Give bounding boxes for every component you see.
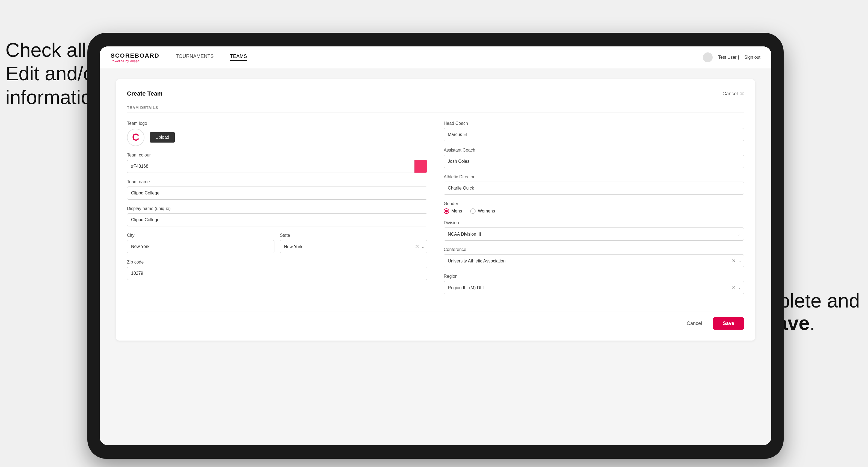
city-state-section: City State New York ✕ bbox=[127, 233, 427, 253]
cancel-top-button[interactable]: Cancel ✕ bbox=[722, 91, 744, 97]
app-logo: SCOREBOARD bbox=[111, 52, 159, 59]
state-select-wrapper: New York ✕ ⌄ bbox=[280, 240, 427, 253]
logo-area: SCOREBOARD Powered by clippd bbox=[111, 52, 159, 63]
navbar: SCOREBOARD Powered by clippd TOURNAMENTS… bbox=[100, 46, 771, 68]
tablet-screen: SCOREBOARD Powered by clippd TOURNAMENTS… bbox=[100, 46, 771, 445]
logo-subtitle: Powered by clippd bbox=[111, 59, 159, 63]
team-logo-section: Team logo C Upload bbox=[127, 121, 427, 146]
athletic-director-section: Athletic Director bbox=[444, 175, 744, 195]
zip-input[interactable] bbox=[127, 267, 427, 280]
team-name-label: Team name bbox=[127, 180, 427, 184]
section-label: TEAM DETAILS bbox=[127, 105, 744, 113]
region-select-wrapper: Region II - (M) DIII ✕ ⌄ bbox=[444, 281, 744, 294]
region-select[interactable]: Region II - (M) DIII bbox=[444, 281, 744, 294]
gender-womens[interactable]: Womens bbox=[470, 208, 495, 214]
division-select[interactable]: NCAA Division III bbox=[444, 227, 744, 241]
close-icon: ✕ bbox=[740, 91, 744, 97]
team-name-section: Team name bbox=[127, 180, 427, 199]
main-content: Create Team Cancel ✕ TEAM DETAILS Team l… bbox=[100, 68, 771, 445]
right-column: Head Coach Assistant Coach Athletic Dire… bbox=[444, 121, 744, 301]
city-state-row: City State New York ✕ bbox=[127, 233, 427, 253]
head-coach-label: Head Coach bbox=[444, 121, 744, 126]
state-clear-icon[interactable]: ✕ bbox=[415, 244, 419, 250]
state-label: State bbox=[280, 233, 427, 238]
state-select[interactable]: New York bbox=[280, 240, 427, 253]
zip-section: Zip code bbox=[127, 260, 427, 280]
region-label: Region bbox=[444, 274, 744, 279]
upload-button[interactable]: Upload bbox=[150, 132, 175, 143]
state-section: State New York ✕ ⌄ bbox=[280, 233, 427, 253]
gender-mens[interactable]: Mens bbox=[444, 208, 462, 214]
zip-label: Zip code bbox=[127, 260, 427, 264]
city-label: City bbox=[127, 233, 274, 238]
nav-teams[interactable]: TEAMS bbox=[230, 54, 247, 61]
mens-radio-dot[interactable] bbox=[444, 208, 449, 214]
city-section: City bbox=[127, 233, 274, 253]
team-colour-section: Team colour bbox=[127, 153, 427, 173]
logo-preview: C bbox=[127, 129, 145, 146]
form-two-col: Team logo C Upload Team colour bbox=[127, 121, 744, 301]
region-section: Region Region II - (M) DIII ✕ ⌄ bbox=[444, 274, 744, 294]
womens-radio-dot[interactable] bbox=[470, 208, 476, 214]
nav-tournaments[interactable]: TOURNAMENTS bbox=[176, 54, 214, 61]
division-select-wrapper: NCAA Division III ⌄ bbox=[444, 227, 744, 241]
team-colour-input[interactable] bbox=[127, 160, 414, 173]
nav-right: Test User | Sign out bbox=[703, 53, 761, 62]
logo-row: C Upload bbox=[127, 129, 427, 146]
cancel-button[interactable]: Cancel bbox=[681, 318, 708, 329]
display-name-section: Display name (unique) bbox=[127, 206, 427, 226]
conference-clear-icon[interactable]: ✕ bbox=[732, 258, 736, 264]
assistant-coach-label: Assistant Coach bbox=[444, 148, 744, 153]
left-column: Team logo C Upload Team colour bbox=[127, 121, 427, 301]
display-name-input[interactable] bbox=[127, 213, 427, 226]
display-name-label: Display name (unique) bbox=[127, 206, 427, 211]
conference-select-wrapper: University Athletic Association ✕ ⌄ bbox=[444, 254, 744, 268]
color-row bbox=[127, 160, 427, 173]
save-button[interactable]: Save bbox=[713, 317, 744, 330]
sign-out-link[interactable]: Sign out bbox=[744, 55, 761, 60]
conference-section: Conference University Athletic Associati… bbox=[444, 247, 744, 268]
division-label: Division bbox=[444, 220, 744, 225]
gender-label: Gender bbox=[444, 201, 744, 206]
head-coach-section: Head Coach bbox=[444, 121, 744, 141]
tablet-frame: SCOREBOARD Powered by clippd TOURNAMENTS… bbox=[87, 33, 784, 459]
nav-links: TOURNAMENTS TEAMS bbox=[176, 54, 703, 61]
city-input[interactable] bbox=[127, 240, 274, 253]
division-section: Division NCAA Division III ⌄ bbox=[444, 220, 744, 241]
form-container: Create Team Cancel ✕ TEAM DETAILS Team l… bbox=[116, 79, 755, 341]
form-header: Create Team Cancel ✕ bbox=[127, 90, 744, 97]
athletic-director-input[interactable] bbox=[444, 182, 744, 195]
head-coach-input[interactable] bbox=[444, 128, 744, 141]
conference-label: Conference bbox=[444, 247, 744, 252]
athletic-director-label: Athletic Director bbox=[444, 175, 744, 180]
team-colour-label: Team colour bbox=[127, 153, 427, 158]
assistant-coach-section: Assistant Coach bbox=[444, 148, 744, 168]
team-logo-label: Team logo bbox=[127, 121, 427, 126]
gender-radio-group: Mens Womens bbox=[444, 208, 744, 214]
user-avatar bbox=[703, 53, 713, 62]
gender-section: Gender Mens Womens bbox=[444, 201, 744, 214]
conference-select[interactable]: University Athletic Association bbox=[444, 254, 744, 268]
assistant-coach-input[interactable] bbox=[444, 155, 744, 168]
team-name-input[interactable] bbox=[127, 187, 427, 199]
form-title: Create Team bbox=[127, 90, 162, 97]
user-name: Test User | bbox=[718, 55, 739, 60]
form-footer: Cancel Save bbox=[127, 312, 744, 330]
color-swatch[interactable] bbox=[414, 160, 427, 173]
region-clear-icon[interactable]: ✕ bbox=[732, 285, 736, 290]
